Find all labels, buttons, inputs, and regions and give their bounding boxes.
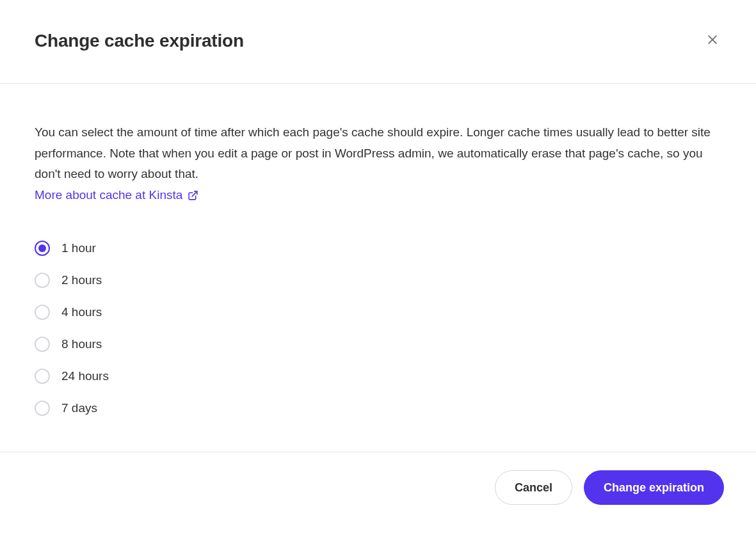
change-expiration-button[interactable]: Change expiration (584, 470, 724, 505)
svg-line-2 (192, 191, 197, 196)
radio-button[interactable] (35, 305, 50, 320)
description-text: You can select the amount of time after … (35, 122, 721, 206)
close-icon (706, 33, 719, 46)
radio-button[interactable] (35, 369, 50, 384)
cache-expiration-modal: Change cache expiration You can select t… (0, 0, 756, 523)
cache-option-label: 7 days (61, 401, 97, 415)
cache-option-label: 4 hours (61, 305, 102, 319)
modal-header: Change cache expiration (0, 0, 756, 84)
cancel-button[interactable]: Cancel (495, 470, 572, 505)
modal-title: Change cache expiration (35, 31, 244, 51)
cache-option[interactable]: 4 hours (35, 305, 721, 320)
radio-button[interactable] (35, 273, 50, 288)
learn-more-label: More about cache at Kinsta (35, 185, 182, 206)
learn-more-link[interactable]: More about cache at Kinsta (35, 185, 198, 206)
cache-option[interactable]: 7 days (35, 401, 721, 416)
radio-button[interactable] (35, 401, 50, 416)
cache-option-label: 8 hours (61, 337, 102, 351)
radio-button[interactable] (35, 337, 50, 352)
modal-footer: Cancel Change expiration (0, 452, 756, 523)
cache-option[interactable]: 8 hours (35, 337, 721, 352)
cache-duration-options: 1 hour2 hours4 hours8 hours24 hours7 day… (35, 241, 721, 416)
description-span: You can select the amount of time after … (35, 125, 711, 180)
cache-option-label: 24 hours (61, 369, 109, 383)
close-button[interactable] (704, 31, 721, 49)
cache-option-label: 1 hour (61, 241, 96, 255)
cache-option[interactable]: 2 hours (35, 273, 721, 288)
external-link-icon (188, 190, 198, 201)
modal-body: You can select the amount of time after … (0, 84, 756, 452)
cache-option[interactable]: 24 hours (35, 369, 721, 384)
cache-option-label: 2 hours (61, 273, 102, 287)
radio-button[interactable] (35, 241, 50, 256)
cache-option[interactable]: 1 hour (35, 241, 721, 256)
radio-dot-icon (38, 244, 46, 252)
